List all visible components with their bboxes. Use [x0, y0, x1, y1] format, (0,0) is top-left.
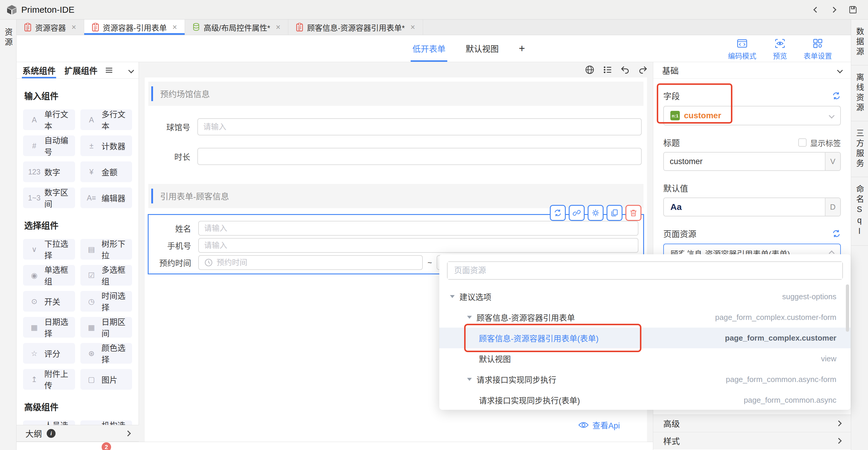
component-tree-dropdown[interactable]: ▤树形下拉: [80, 239, 132, 260]
show-label-checkbox[interactable]: [798, 138, 807, 147]
i18n-globe-icon[interactable]: [585, 65, 594, 75]
field-select[interactable]: n:1 customer: [663, 106, 841, 125]
form-file-icon: [24, 23, 31, 32]
default-value-suffix[interactable]: D: [825, 198, 840, 216]
name-input[interactable]: [204, 221, 638, 235]
component-editor[interactable]: A≡编辑器: [80, 188, 132, 208]
component-image[interactable]: ▢图片: [80, 369, 132, 390]
outline-expand-icon[interactable]: [125, 430, 131, 437]
component-radio-group[interactable]: ◉单选框组: [23, 265, 75, 286]
section-ref-form-customer[interactable]: 引用表单-顾客信息: [148, 184, 644, 208]
delete-component-button[interactable]: [625, 205, 642, 221]
caret-down-icon[interactable]: [450, 295, 455, 298]
caret-down-icon[interactable]: [467, 316, 472, 319]
link-component-button[interactable]: [569, 205, 585, 221]
rail-item-offline-resources[interactable]: 离线资源: [851, 65, 868, 121]
component-multi-line-text[interactable]: A多行文本: [80, 109, 132, 130]
tree-node-async-form[interactable]: 请求接口实现同步执行 page_form_common.async-form: [439, 369, 850, 390]
chevron-down-icon: [829, 113, 835, 118]
nav-forward-icon[interactable]: [831, 7, 836, 13]
view-api-link[interactable]: 查看Api: [578, 419, 620, 431]
duration-input[interactable]: [203, 148, 641, 164]
tree-node-async-form-option[interactable]: 请求接口实现同步执行(表单) page_form_common.async: [439, 390, 850, 411]
dropdown-search-input[interactable]: [447, 262, 842, 279]
doc-tab-resource-container[interactable]: 资源容器 ×: [17, 20, 84, 35]
preview-button[interactable]: 预览: [773, 39, 787, 61]
rail-item-third-party-services[interactable]: 三方服务: [851, 121, 868, 177]
component-org-select[interactable]: 品机构选择: [80, 420, 132, 425]
caret-down-icon[interactable]: [467, 378, 472, 381]
refresh-field-icon[interactable]: [832, 91, 841, 100]
show-label-toggle[interactable]: 显示标签: [798, 137, 841, 148]
component-number-range[interactable]: 1~3数字区间: [23, 188, 75, 208]
palette-collapse-icon[interactable]: [128, 67, 134, 73]
doc-tab-advanced-layout-props[interactable]: 高级/布局控件属性* ×: [185, 20, 288, 35]
component-number[interactable]: 123数字: [23, 162, 75, 182]
component-settings-button[interactable]: [588, 205, 603, 221]
phone-input[interactable]: [204, 238, 638, 252]
component-rating[interactable]: ☆评分: [23, 343, 75, 364]
component-checkbox-group[interactable]: ☑多选框组: [80, 265, 132, 286]
undo-icon[interactable]: [620, 65, 630, 75]
title-variable-suffix[interactable]: V: [825, 152, 840, 170]
tab-default-view[interactable]: 默认视图: [464, 35, 500, 62]
component-time-picker[interactable]: ◷时间选择: [80, 291, 132, 312]
outline-bar[interactable]: 大纲 i: [17, 425, 139, 442]
tree-node-suggest-options[interactable]: 建议选项 suggest-options: [439, 286, 850, 307]
section-venue-info[interactable]: 预约场馆信息: [148, 82, 644, 106]
code-mode-icon: [737, 39, 747, 48]
component-counter[interactable]: ±计数器: [80, 135, 132, 156]
component-color-picker[interactable]: ⊛颜色选择: [80, 343, 132, 364]
booking-time-start-input[interactable]: [217, 256, 422, 269]
close-icon[interactable]: ×: [71, 23, 76, 32]
component-date-range[interactable]: ▦日期区间: [80, 317, 132, 338]
section-advanced[interactable]: 高级: [653, 415, 851, 432]
component-switch[interactable]: ⊙开关: [23, 291, 75, 312]
sync-component-button[interactable]: [550, 205, 566, 221]
tab-lowcode-form[interactable]: 低开表单: [411, 35, 447, 62]
left-rail-resources[interactable]: 资源: [2, 28, 14, 450]
rail-item-named-sql[interactable]: 命名Sql: [851, 177, 868, 246]
dropdown-scrollbar[interactable]: [846, 284, 849, 332]
chevron-down-icon[interactable]: [837, 67, 843, 73]
section-style[interactable]: 样式: [653, 432, 851, 449]
component-single-line-text[interactable]: A单行文本: [23, 109, 75, 130]
close-icon[interactable]: ×: [276, 23, 281, 32]
save-icon[interactable]: [848, 5, 857, 14]
venue-no-input[interactable]: [203, 119, 641, 135]
code-mode-button[interactable]: 编码模式: [728, 39, 756, 61]
default-value-input[interactable]: Aa: [664, 202, 682, 212]
form-settings-button[interactable]: 表单设置: [804, 39, 832, 61]
rail-item-datasource[interactable]: 数据源: [851, 20, 868, 65]
properties-header[interactable]: 基础: [653, 62, 851, 79]
field-row-phone[interactable]: 手机号: [156, 238, 639, 253]
nav-back-icon[interactable]: [813, 7, 819, 13]
component-auto-number[interactable]: #自动编号: [23, 135, 75, 156]
component-attachment-upload[interactable]: ↥附件上传: [23, 369, 75, 390]
outline-list-icon[interactable]: [603, 65, 612, 75]
tab-extension-components[interactable]: 扩展组件: [64, 62, 98, 78]
component-date-picker[interactable]: ▦日期选择: [23, 317, 75, 338]
palette-menu-icon[interactable]: [106, 68, 112, 73]
doc-tab-resource-container-ref-form[interactable]: 资源容器-引用表单 ×: [84, 20, 185, 35]
tree-node-default-view[interactable]: 默认视图 view: [439, 348, 850, 369]
field-row-name[interactable]: 姓名: [156, 221, 639, 236]
redo-icon[interactable]: [638, 65, 648, 75]
app-title: Primeton-IDE: [21, 5, 74, 15]
component-person-select[interactable]: ○人员选择: [23, 420, 75, 425]
component-dropdown-select[interactable]: ∨下拉选择: [23, 239, 75, 260]
copy-component-button[interactable]: [607, 205, 622, 221]
add-view-button[interactable]: +: [517, 35, 527, 62]
tab-system-components[interactable]: 系统组件: [22, 62, 56, 78]
close-icon[interactable]: ×: [172, 23, 177, 32]
field-row-venue-no[interactable]: 球馆号: [155, 118, 642, 135]
refresh-resource-icon[interactable]: [832, 229, 841, 238]
tree-node-customer-form[interactable]: 顾客信息-资源容器引用表单 page_form_complex.customer…: [439, 307, 850, 328]
tree-node-customer-form-option[interactable]: 顾客信息-资源容器引用表单(表单) page_form_complex.cust…: [439, 328, 850, 348]
field-row-duration[interactable]: 时长: [155, 148, 642, 165]
doc-tab-customer-info-ref-form[interactable]: 顾客信息-资源容器引用表单* ×: [288, 20, 423, 35]
component-amount[interactable]: ¥金额: [80, 162, 132, 182]
amount-icon: ¥: [85, 168, 99, 176]
title-input[interactable]: [664, 152, 825, 170]
close-icon[interactable]: ×: [410, 23, 415, 32]
